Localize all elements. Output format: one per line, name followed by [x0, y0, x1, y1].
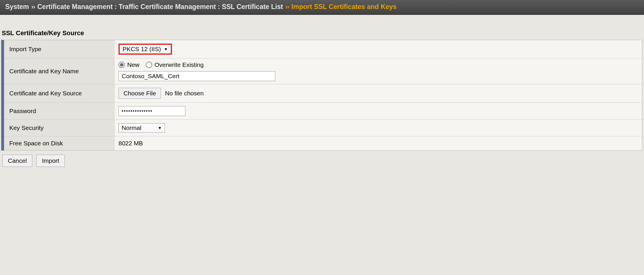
label-cert-source: Certificate and Key Source — [4, 84, 114, 102]
key-security-value: Normal — [122, 124, 141, 131]
form-table: Import Type PKCS 12 (IIS) ▼ Certificate … — [1, 40, 642, 151]
breadcrumb: System ›› Certificate Management : Traff… — [0, 0, 644, 15]
label-free-space: Free Space on Disk — [4, 136, 114, 150]
label-key-security: Key Security — [4, 120, 114, 136]
row-import-type: Import Type PKCS 12 (IIS) ▼ — [4, 40, 642, 58]
free-space-value: 8022 MB — [119, 140, 143, 147]
section-title: SSL Certificate/Key Source — [0, 15, 644, 40]
action-bar: Cancel Import — [0, 151, 644, 171]
import-type-select[interactable]: PKCS 12 (IIS) ▼ — [119, 44, 172, 55]
breadcrumb-system[interactable]: System — [5, 3, 29, 11]
radio-new[interactable] — [119, 62, 125, 68]
label-password: Password — [4, 103, 114, 119]
import-type-value: PKCS 12 (IIS) — [123, 46, 161, 53]
label-import-type: Import Type — [4, 40, 114, 58]
radio-overwrite-label: Overwrite Existing — [155, 61, 204, 68]
label-cert-name: Certificate and Key Name — [4, 58, 114, 84]
breadcrumb-current: Import SSL Certificates and Keys — [291, 3, 397, 11]
import-button[interactable]: Import — [36, 155, 65, 167]
row-password: Password •••••••••••••• — [4, 103, 642, 120]
row-cert-name: Certificate and Key Name New Overwrite E… — [4, 58, 642, 84]
cancel-button[interactable]: Cancel — [2, 155, 32, 167]
row-cert-source: Certificate and Key Source Choose File N… — [4, 84, 642, 103]
radio-new-label: New — [127, 61, 139, 68]
row-key-security: Key Security Normal ▼ — [4, 120, 642, 136]
choose-file-button[interactable]: Choose File — [119, 88, 161, 99]
chevron-down-icon: ▼ — [158, 126, 162, 130]
key-security-select[interactable]: Normal ▼ — [119, 123, 165, 133]
breadcrumb-cert-list[interactable]: Certificate Management : Traffic Certifi… — [37, 3, 283, 11]
row-free-space: Free Space on Disk 8022 MB — [4, 136, 642, 150]
cert-name-input[interactable]: Contoso_SAML_Cert — [119, 71, 275, 81]
password-input[interactable]: •••••••••••••• — [119, 106, 185, 116]
file-chosen-status: No file chosen — [165, 90, 204, 97]
chevron-down-icon: ▼ — [164, 47, 168, 51]
radio-overwrite[interactable] — [146, 62, 152, 68]
breadcrumb-sep-icon: ›› — [31, 3, 35, 11]
breadcrumb-sep-icon: ›› — [285, 3, 289, 11]
